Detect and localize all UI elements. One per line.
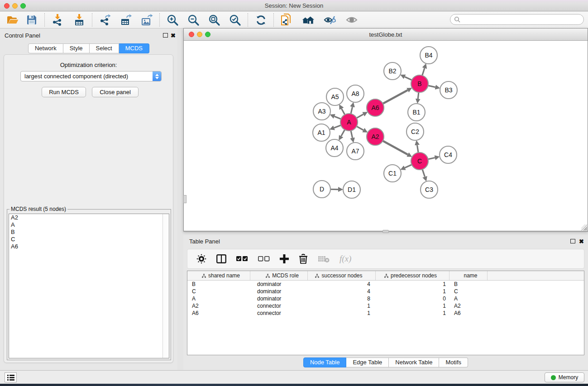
tab-select[interactable]: Select <box>90 43 119 53</box>
export-table-icon[interactable] <box>120 14 132 26</box>
graph-node-C2[interactable]: C2 <box>406 123 424 140</box>
network-from-document-icon[interactable] <box>280 14 293 26</box>
tab-style[interactable]: Style <box>63 43 90 53</box>
tab-mcds[interactable]: MCDS <box>119 43 149 53</box>
add-column-icon[interactable] <box>280 254 289 263</box>
table-row[interactable]: A6connector11A6 <box>187 310 584 317</box>
import-network-icon[interactable] <box>51 14 64 26</box>
column-header-shared-name[interactable]: shared name <box>187 271 250 280</box>
graph-node-D[interactable]: D <box>313 181 330 198</box>
graph-node-B1[interactable]: B1 <box>408 104 425 121</box>
graph-node-A[interactable]: A <box>340 114 358 131</box>
result-item[interactable]: A6 <box>9 243 169 250</box>
graph-node-B3[interactable]: B3 <box>440 81 457 99</box>
graph-node-C3[interactable]: C3 <box>421 181 438 198</box>
zoom-fit-icon[interactable] <box>208 14 220 26</box>
import-table-icon[interactable] <box>73 14 86 26</box>
tab-network[interactable]: Network <box>28 43 63 53</box>
run-mcds-button[interactable]: Run MCDS <box>42 87 86 97</box>
svg-text:A7: A7 <box>351 148 359 155</box>
panel-splitter-handle[interactable] <box>382 230 389 233</box>
result-item[interactable]: A <box>9 221 169 229</box>
task-history-button[interactable] <box>5 372 17 382</box>
network-window-titlebar[interactable]: testGlobe.txt <box>184 29 588 41</box>
zoom-in-icon[interactable] <box>166 14 179 26</box>
mcds-result-list[interactable]: A2 A B C A6 <box>9 214 169 358</box>
refresh-icon[interactable] <box>254 14 267 26</box>
result-scrollbar[interactable] <box>163 214 169 358</box>
search-box[interactable] <box>450 14 584 25</box>
graph-node-A2[interactable]: A2 <box>367 128 384 145</box>
svg-text:A3: A3 <box>318 108 325 115</box>
graph-node-A3[interactable]: A3 <box>313 103 330 120</box>
close-panel-button[interactable]: Close panel <box>92 87 139 97</box>
graph-node-A7[interactable]: A7 <box>347 143 364 160</box>
tab-network-table[interactable]: Network Table <box>389 357 439 367</box>
network-canvas[interactable]: AA1A3A5A8A4A7A6A2BB2B4B3B1CC2C4C1C3DD1 <box>184 41 588 231</box>
graph-node-B2[interactable]: B2 <box>384 62 401 80</box>
save-session-icon[interactable] <box>25 14 38 26</box>
tab-edge-table[interactable]: Edge Table <box>346 357 389 367</box>
deselect-all-checkboxes-icon[interactable] <box>258 256 270 262</box>
table-panel-float-icon[interactable] <box>570 239 575 243</box>
control-panel-close-icon[interactable]: ✖ <box>171 33 176 38</box>
hide-show-icon[interactable] <box>324 14 336 26</box>
result-item[interactable]: A2 <box>9 214 169 221</box>
svg-text:C4: C4 <box>444 151 452 158</box>
graph-edge-A6-B[interactable] <box>382 90 408 104</box>
memory-button[interactable]: Memory <box>545 372 584 382</box>
graph-node-C[interactable]: C <box>411 152 428 170</box>
table-row[interactable]: Adominator80A <box>187 295 584 302</box>
table-row[interactable]: Bdominator41B <box>187 281 584 288</box>
window-title: Session: New Session <box>0 2 588 9</box>
tab-motifs[interactable]: Motifs <box>439 357 468 367</box>
table-settings-gear-icon[interactable] <box>196 254 206 264</box>
export-image-icon[interactable] <box>140 14 153 26</box>
svg-text:B1: B1 <box>412 109 420 116</box>
graph-node-A5[interactable]: A5 <box>326 88 344 105</box>
svg-text:C1: C1 <box>388 170 397 177</box>
column-header-name[interactable]: name <box>449 271 488 280</box>
open-session-icon[interactable] <box>6 14 19 26</box>
result-item[interactable]: B <box>9 229 169 236</box>
mcds-tab-content: Optimization criterion: largest connecte… <box>4 54 173 363</box>
graph-node-A1[interactable]: A1 <box>313 124 330 141</box>
svg-text:A4: A4 <box>330 144 338 152</box>
graph-edge-A2-C[interactable] <box>382 140 408 154</box>
result-item[interactable]: C <box>9 236 169 243</box>
zoom-out-icon[interactable] <box>187 14 200 26</box>
network-graph[interactable]: AA1A3A5A8A4A7A6A2BB2B4B3B1CC2C4C1C3DD1 <box>184 41 588 231</box>
svg-text:A: A <box>347 119 351 126</box>
select-all-checkboxes-icon[interactable] <box>236 256 248 262</box>
graph-node-B4[interactable]: B4 <box>420 47 437 64</box>
column-header-mcds-role[interactable]: MCDS role <box>250 271 308 280</box>
optimization-criterion-dropdown[interactable]: largest connected component (directed) <box>20 71 162 81</box>
control-panel-float-icon[interactable] <box>163 33 168 38</box>
show-column-panel-icon[interactable] <box>216 254 226 263</box>
window-edge-handle[interactable] <box>183 195 186 203</box>
table-panel-close-icon[interactable]: ✖ <box>579 239 584 244</box>
graph-node-B[interactable]: B <box>411 75 428 92</box>
table-row[interactable]: A2connector11A2 <box>187 302 584 310</box>
zoom-selected-icon[interactable] <box>229 14 241 26</box>
table-row[interactable]: Cdominator41C <box>187 288 584 295</box>
delete-column-trash-icon[interactable] <box>299 254 308 264</box>
search-input[interactable] <box>460 16 574 23</box>
tab-node-table[interactable]: Node Table <box>303 357 347 367</box>
graph-node-C1[interactable]: C1 <box>384 165 401 182</box>
column-header-successor-nodes[interactable]: successor nodes <box>308 271 376 280</box>
graph-node-C4[interactable]: C4 <box>440 146 457 163</box>
resize-grip-icon[interactable] <box>581 224 587 230</box>
graph-node-A8[interactable]: A8 <box>347 85 364 102</box>
network-window-title: testGlobe.txt <box>184 31 588 38</box>
graph-node-A6[interactable]: A6 <box>367 99 384 116</box>
delete-table-icon[interactable] <box>318 255 330 263</box>
export-network-icon[interactable] <box>99 14 111 26</box>
graph-node-D1[interactable]: D1 <box>343 181 360 198</box>
home-icon[interactable] <box>302 14 315 26</box>
eye-icon[interactable] <box>345 14 358 26</box>
column-header-predecessor-nodes[interactable]: predecessor nodes <box>376 271 449 280</box>
graph-node-A4[interactable]: A4 <box>326 139 343 157</box>
svg-text:B: B <box>417 80 421 87</box>
function-builder-icon[interactable]: f(x) <box>339 254 351 264</box>
